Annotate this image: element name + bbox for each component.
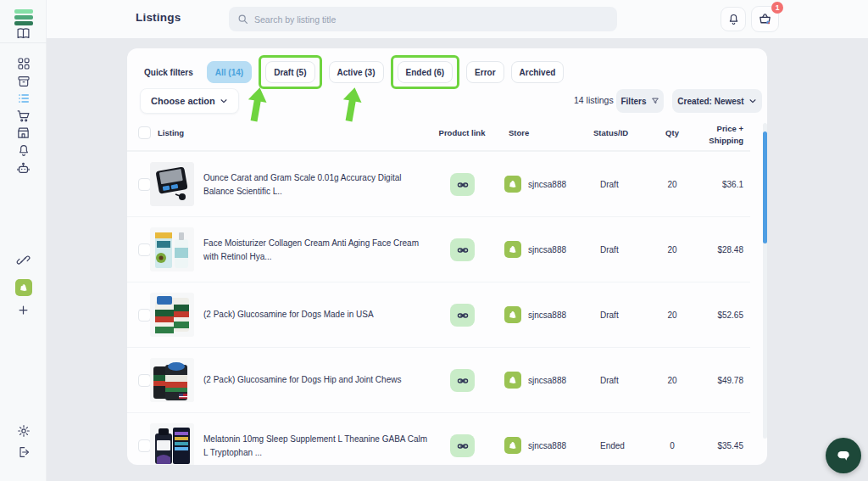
price-value: $35.45 bbox=[682, 441, 743, 450]
status-value: Draft bbox=[600, 245, 619, 254]
column-status-id: Status/ID bbox=[593, 128, 628, 137]
product-link-icon[interactable] bbox=[450, 434, 475, 457]
product-link-icon[interactable] bbox=[450, 173, 475, 196]
listing-title[interactable]: (2 Pack) Glucosamine for Dogs Hip and Jo… bbox=[203, 373, 428, 387]
annotation-box-draft: Draft (5) bbox=[259, 55, 321, 89]
table-row[interactable]: Melatonin 10mg Sleep Supplement L Theani… bbox=[127, 412, 750, 465]
listing-title[interactable]: Melatonin 10mg Sleep Supplement L Theani… bbox=[203, 433, 428, 459]
row-checkbox[interactable] bbox=[138, 439, 151, 452]
cart-badge: 1 bbox=[771, 2, 783, 14]
bell-icon bbox=[727, 13, 740, 25]
filter-pill-ended[interactable]: Ended (6) bbox=[398, 61, 453, 83]
scrollbar-thumb[interactable] bbox=[763, 131, 767, 243]
store-name: sjncsa888 bbox=[528, 376, 566, 385]
funnel-icon bbox=[651, 97, 659, 105]
column-listing: Listing bbox=[158, 128, 184, 137]
listing-title[interactable]: Face Moisturizer Collagen Cream Anti Agi… bbox=[203, 237, 428, 263]
filter-pill-error[interactable]: Error bbox=[466, 61, 504, 83]
filter-pill-draft[interactable]: Draft (5) bbox=[265, 61, 314, 83]
shopify-store-icon bbox=[504, 241, 521, 258]
table-row[interactable]: (2 Pack) Glucosamine for Dogs Made in US… bbox=[127, 282, 750, 347]
chat-widget-button[interactable] bbox=[826, 438, 861, 473]
shopify-store-icon bbox=[504, 372, 521, 389]
column-qty: Qty bbox=[659, 128, 685, 137]
status-value: Ended bbox=[600, 441, 625, 450]
sidebar-item-settings[interactable] bbox=[0, 424, 47, 438]
sidebar-item-listings-active[interactable] bbox=[0, 92, 47, 105]
search-input[interactable] bbox=[254, 14, 609, 25]
sidebar-item-products[interactable] bbox=[0, 75, 47, 88]
filter-pill-active[interactable]: Active (3) bbox=[329, 61, 384, 83]
product-link-icon[interactable] bbox=[450, 238, 475, 261]
sidebar-item-dashboard[interactable] bbox=[0, 57, 47, 70]
listing-title[interactable]: (2 Pack) Glucosamine for Dogs Made in US… bbox=[203, 308, 428, 322]
shopify-icon bbox=[15, 279, 32, 296]
product-link-icon[interactable] bbox=[450, 369, 475, 392]
cart-icon bbox=[16, 109, 31, 123]
store-name: sjncsa888 bbox=[528, 441, 566, 450]
chat-bubble-icon bbox=[835, 447, 852, 464]
filter-pill-archived[interactable]: Archived bbox=[511, 61, 565, 83]
sidebar-item-stores[interactable] bbox=[0, 126, 47, 140]
filter-pill-all[interactable]: All (14) bbox=[207, 61, 252, 83]
product-link-icon[interactable] bbox=[450, 304, 475, 327]
store-cell: sjncsa888 bbox=[504, 306, 566, 323]
chevron-down-icon bbox=[220, 97, 228, 105]
shopify-store-icon bbox=[504, 306, 521, 323]
app-window: Listings 1 bbox=[0, 0, 868, 481]
store-name: sjncsa888 bbox=[528, 180, 566, 189]
basket-gear-icon bbox=[758, 12, 772, 26]
filters-button[interactable]: Filters bbox=[616, 89, 664, 113]
search-bar[interactable] bbox=[229, 7, 617, 31]
status-value: Draft bbox=[600, 310, 619, 320]
product-thumbnail-melatonin bbox=[150, 423, 194, 465]
sidebar-item-automation[interactable] bbox=[0, 161, 47, 176]
row-checkbox[interactable] bbox=[138, 309, 151, 322]
table-row[interactable]: Ounce Carat and Gram Scale 0.01g Accurac… bbox=[127, 151, 750, 216]
sidebar-item-integrations[interactable] bbox=[0, 253, 47, 267]
listings-panel: Quick filters All (14) Draft (5) Active … bbox=[127, 48, 767, 465]
choose-action-dropdown[interactable]: Choose action bbox=[140, 88, 239, 114]
basket-button[interactable]: 1 bbox=[751, 6, 779, 32]
app-logo[interactable] bbox=[0, 9, 47, 25]
sidebar-item-notifications[interactable] bbox=[0, 143, 47, 157]
annotation-box-ended: Ended (6) bbox=[391, 55, 460, 89]
chevron-down-icon bbox=[748, 97, 757, 105]
row-checkbox[interactable] bbox=[138, 178, 151, 191]
listing-title[interactable]: Ounce Carat and Gram Scale 0.01g Accurac… bbox=[203, 171, 428, 198]
qty-value: 20 bbox=[659, 310, 685, 320]
listings-count: 14 listings bbox=[574, 95, 614, 105]
bell-outline-icon bbox=[17, 143, 31, 157]
sort-dropdown[interactable]: Created: Newest bbox=[672, 89, 762, 113]
robot-icon bbox=[16, 161, 31, 176]
sidebar-item-orders[interactable] bbox=[0, 109, 47, 123]
product-thumbnail-glucosamine bbox=[150, 293, 194, 337]
search-icon bbox=[237, 14, 248, 25]
row-checkbox[interactable] bbox=[138, 374, 151, 387]
store-name: sjncsa888 bbox=[528, 310, 566, 320]
dashboard-grid-icon bbox=[17, 57, 31, 70]
page-title: Listings bbox=[136, 11, 181, 24]
table-row[interactable]: Face Moisturizer Collagen Cream Anti Agi… bbox=[127, 216, 750, 282]
logo-icon bbox=[14, 9, 33, 25]
row-checkbox[interactable] bbox=[138, 243, 151, 256]
choose-action-label: Choose action bbox=[151, 96, 215, 106]
listings-list-icon bbox=[17, 92, 31, 105]
store-cell: sjncsa888 bbox=[504, 241, 566, 258]
qty-value: 0 bbox=[659, 441, 685, 450]
book-icon bbox=[16, 26, 31, 41]
shopify-store-icon bbox=[504, 437, 521, 454]
annotation-arrow-draft bbox=[242, 86, 271, 123]
notifications-button[interactable] bbox=[721, 7, 746, 31]
price-value: $28.48 bbox=[682, 245, 743, 254]
select-all-checkbox[interactable] bbox=[138, 126, 151, 139]
sidebar-item-guide[interactable] bbox=[0, 26, 47, 41]
sidebar-item-logout[interactable] bbox=[0, 445, 47, 459]
plus-icon bbox=[17, 304, 30, 316]
column-price-shipping: Price + Shipping bbox=[682, 123, 743, 147]
sidebar-item-shopify-store[interactable] bbox=[0, 279, 47, 296]
sidebar-item-add-store[interactable] bbox=[0, 304, 47, 316]
annotation-arrow-ended bbox=[337, 86, 366, 123]
gear-icon bbox=[17, 424, 31, 438]
table-row[interactable]: (2 Pack) Glucosamine for Dogs Hip and Jo… bbox=[127, 347, 750, 412]
